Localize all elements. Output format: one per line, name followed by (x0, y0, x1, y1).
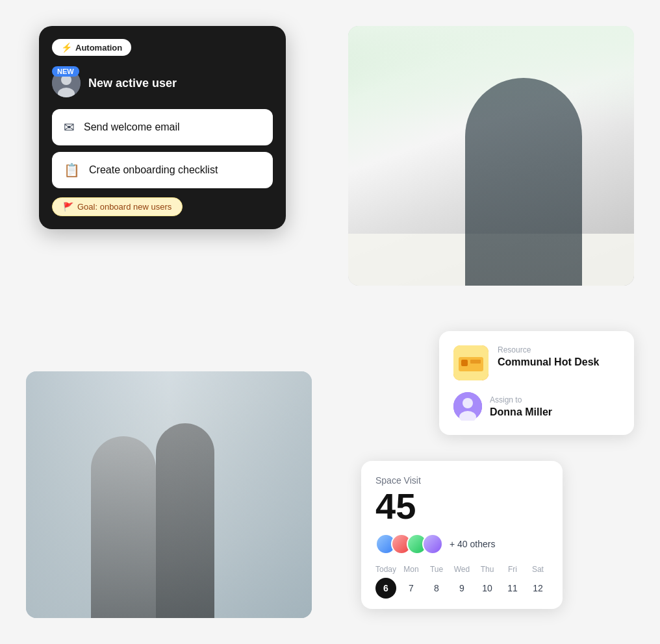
goal-text: Goal: onboard new users (77, 202, 171, 212)
others-count: + 40 others (450, 539, 495, 549)
cal-day-5: Fri11 (502, 565, 523, 599)
space-visit-count: 45 (375, 488, 548, 525)
resource-value: Communal Hot Desk (498, 356, 599, 368)
automation-label: Automation (75, 43, 122, 53)
office-hallway-photo (26, 371, 312, 618)
goal-badge: 🚩 Goal: onboard new users (52, 197, 183, 216)
cal-day-num-6: 12 (527, 578, 548, 599)
svg-rect-5 (461, 360, 468, 366)
cal-day-label-4: Thu (481, 565, 494, 574)
resource-thumbnail (453, 345, 489, 380)
avatar-group: + 40 others (375, 534, 548, 554)
automation-badge: ⚡ Automation (52, 39, 131, 56)
bolt-icon: ⚡ (61, 42, 72, 53)
assign-row: Assign to Donna Miller (453, 392, 620, 421)
calendar-row: Today6Mon7Tue8Wed9Thu10Fri11Sat12 (375, 565, 548, 599)
cal-day-label-1: Mon (403, 565, 418, 574)
space-visit-label: Space Visit (375, 475, 548, 486)
cal-day-num-3: 9 (451, 578, 472, 599)
person1-silhouette (91, 436, 156, 618)
person2-silhouette (156, 423, 214, 618)
cal-day-label-6: Sat (532, 565, 544, 574)
cal-day-num-1: 7 (401, 578, 422, 599)
cal-day-label-0: Today (375, 565, 396, 574)
avatar-4 (422, 534, 443, 554)
resource-row: Resource Communal Hot Desk (453, 345, 620, 380)
email-icon: ✉ (64, 119, 75, 135)
new-badge: NEW (52, 66, 79, 77)
user-row: New active user (52, 69, 273, 97)
cal-day-num-4: 10 (477, 578, 498, 599)
svg-point-8 (463, 398, 473, 408)
resource-label: Resource (498, 345, 599, 354)
cal-day-label-3: Wed (454, 565, 470, 574)
send-email-text: Send welcome email (84, 121, 180, 133)
automation-card: ⚡ Automation NEW New active user ✉ Send … (39, 26, 286, 229)
cal-day-num-0[interactable]: 6 (375, 578, 396, 599)
onboarding-text: Create onboarding checklist (89, 164, 218, 176)
cal-day-6: Sat12 (527, 565, 548, 599)
svg-rect-6 (470, 360, 481, 364)
onboarding-action[interactable]: 📋 Create onboarding checklist (52, 152, 273, 188)
cal-day-num-2: 8 (426, 578, 447, 599)
assign-avatar (453, 392, 482, 421)
cal-day-2: Tue8 (426, 565, 447, 599)
assign-info: Assign to Donna Miller (490, 395, 552, 418)
user-label: New active user (88, 77, 177, 90)
cal-day-label-5: Fri (508, 565, 517, 574)
cal-day-3: Wed9 (451, 565, 472, 599)
resource-card: Resource Communal Hot Desk Assign to Don… (439, 331, 634, 435)
assign-label: Assign to (490, 395, 552, 404)
cal-day-4: Thu10 (477, 565, 498, 599)
cal-day-num-5: 11 (502, 578, 523, 599)
hallway-sim (26, 371, 312, 618)
person-silhouette (465, 78, 582, 286)
space-visit-card: Space Visit 45 + 40 others Today6Mon7Tue… (361, 461, 563, 609)
photo-sim (348, 26, 634, 286)
cal-day-label-2: Tue (430, 565, 443, 574)
checklist-icon: 📋 (64, 162, 80, 178)
office-desk-photo (348, 26, 634, 286)
flag-icon: 🚩 (63, 202, 73, 212)
cal-day-1: Mon7 (401, 565, 422, 599)
resource-info: Resource Communal Hot Desk (498, 345, 599, 368)
cal-day-0: Today6 (375, 565, 396, 599)
send-email-action[interactable]: ✉ Send welcome email (52, 109, 273, 145)
assign-name: Donna Miller (490, 406, 552, 418)
